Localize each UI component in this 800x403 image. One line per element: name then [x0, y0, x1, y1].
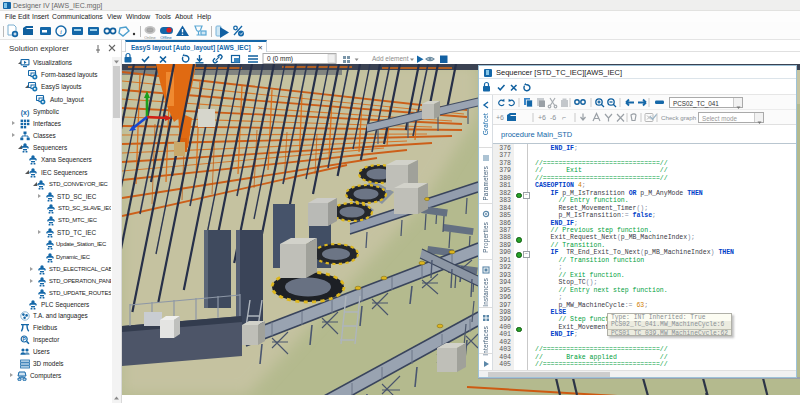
svg-text:+6: +6 [496, 114, 504, 121]
svg-text:Online: Online [144, 35, 156, 40]
svg-text:-6: -6 [550, 114, 556, 121]
svg-text:i: i [60, 28, 62, 36]
svg-text:Add element: Add element [372, 55, 409, 62]
svg-text:Offline: Offline [160, 35, 172, 40]
svg-text:0 (0 mm): 0 (0 mm) [267, 55, 293, 63]
svg-text:⌐: ⌐ [562, 114, 566, 121]
svg-text:+6: +6 [538, 114, 546, 121]
